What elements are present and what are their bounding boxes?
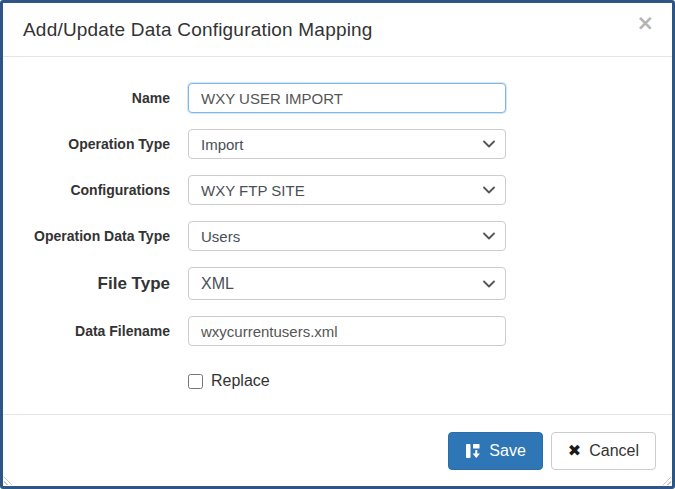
save-button-label: Save <box>489 442 525 460</box>
data-filename-label: Data Filename <box>3 323 170 339</box>
name-label: Name <box>3 90 170 106</box>
dialog-title: Add/Update Data Configuration Mapping <box>23 19 373 41</box>
cancel-button[interactable]: ✖ Cancel <box>551 432 656 470</box>
form-row-file-type: File Type XML <box>3 267 672 300</box>
dialog-header: Add/Update Data Configuration Mapping × <box>3 3 672 57</box>
configurations-select[interactable]: WXY FTP SITE <box>188 175 506 205</box>
form-row-configurations: Configurations WXY FTP SITE <box>3 175 672 205</box>
file-type-value: XML <box>201 275 483 293</box>
form-row-data-filename: Data Filename <box>3 316 672 346</box>
operation-type-select[interactable]: Import <box>188 129 506 159</box>
name-input[interactable] <box>188 83 506 113</box>
chevron-down-icon <box>483 186 495 194</box>
file-type-select[interactable]: XML <box>188 267 506 300</box>
operation-data-type-select[interactable]: Users <box>188 221 506 251</box>
data-filename-input[interactable] <box>188 316 506 346</box>
replace-checkbox[interactable] <box>188 374 203 389</box>
form-row-name: Name <box>3 83 672 113</box>
operation-type-label: Operation Type <box>3 136 170 152</box>
form-row-operation-data-type: Operation Data Type Users <box>3 221 672 251</box>
chevron-down-icon <box>483 280 495 288</box>
chevron-down-icon <box>483 232 495 240</box>
cancel-button-label: Cancel <box>589 442 639 460</box>
operation-type-value: Import <box>201 136 483 153</box>
dialog-footer: Save ✖ Cancel <box>3 414 672 486</box>
replace-checkbox-label: Replace <box>211 372 270 390</box>
form-row-operation-type: Operation Type Import <box>3 129 672 159</box>
cancel-x-icon: ✖ <box>568 443 581 459</box>
operation-data-type-label: Operation Data Type <box>3 228 170 244</box>
replace-checkbox-row: Replace <box>188 372 672 390</box>
configurations-label: Configurations <box>3 182 170 198</box>
configurations-value: WXY FTP SITE <box>201 182 483 199</box>
file-type-label: File Type <box>3 274 170 294</box>
save-button[interactable]: Save <box>448 432 542 470</box>
dialog-body: Name Operation Type Import Configuration… <box>3 57 672 414</box>
operation-data-type-value: Users <box>201 228 483 245</box>
chevron-down-icon <box>483 140 495 148</box>
close-icon[interactable]: × <box>636 13 654 34</box>
add-update-data-configuration-mapping-dialog: Add/Update Data Configuration Mapping × … <box>0 0 675 489</box>
save-icon <box>465 443 481 459</box>
